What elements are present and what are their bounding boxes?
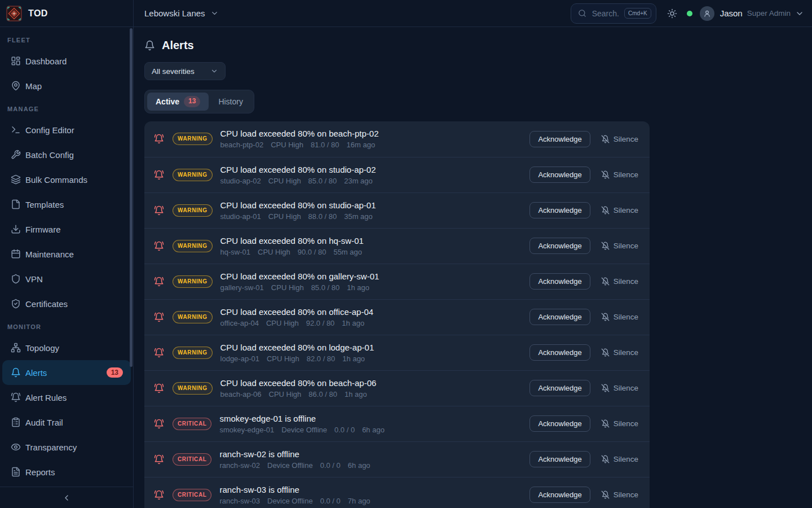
alert-row: WARNING CPU load exceeded 80% on beach-p…: [144, 121, 650, 157]
eye-icon: [11, 442, 21, 452]
sidebar-item-audit-trail[interactable]: Audit Trail: [2, 410, 131, 435]
bell-off-icon: [601, 491, 610, 499]
silence-button[interactable]: Silence: [601, 206, 638, 214]
silence-button[interactable]: Silence: [601, 277, 638, 286]
tab-label: History: [218, 97, 243, 106]
search-input[interactable]: [591, 8, 620, 19]
alert-rule: CPU High: [267, 354, 299, 363]
sidebar-section: FLEET Dashboard Map: [0, 29, 133, 98]
site-selector[interactable]: Lebowski Lanes: [144, 8, 219, 18]
sidebar-item-vpn[interactable]: VPN: [2, 266, 131, 291]
silence-label: Silence: [614, 170, 638, 179]
severity-filter-select[interactable]: All severities: [144, 62, 226, 80]
alert-row: WARNING CPU load exceeded 80% on studio-…: [144, 192, 650, 228]
acknowledge-button[interactable]: Acknowledge: [529, 344, 590, 361]
sun-icon[interactable]: [667, 8, 677, 19]
bell-off-icon: [601, 455, 610, 463]
sidebar-item-map[interactable]: Map: [2, 73, 131, 98]
alert-text: CPU load exceeded 80% on studio-ap-01 st…: [220, 200, 376, 221]
bell-ring-icon: [11, 392, 21, 402]
bell-off-icon: [601, 242, 610, 250]
alert-device: office-ap-04: [220, 319, 259, 327]
sidebar-item-templates[interactable]: Templates: [2, 192, 131, 217]
silence-button[interactable]: Silence: [601, 242, 638, 250]
shield-check-icon: [11, 299, 21, 309]
bell-off-icon: [601, 384, 610, 392]
severity-badge: WARNING: [173, 382, 213, 395]
bell-ring-icon: [154, 170, 164, 180]
search-icon: [578, 9, 586, 17]
silence-button[interactable]: Silence: [601, 170, 638, 179]
sidebar-scrollbar-thumb[interactable]: [130, 28, 133, 367]
sidebar-item-config-editor[interactable]: Config Editor: [2, 117, 131, 142]
sidebar-item-certificates[interactable]: Certificates: [2, 291, 131, 316]
silence-button[interactable]: Silence: [601, 384, 638, 392]
alert-age: 55m ago: [333, 248, 362, 256]
silence-button[interactable]: Silence: [601, 348, 638, 357]
severity-filter-value: All severities: [152, 67, 195, 76]
user-menu[interactable]: Jason Super Admin: [700, 6, 804, 21]
acknowledge-button[interactable]: Acknowledge: [529, 487, 590, 503]
silence-button[interactable]: Silence: [601, 455, 638, 463]
silence-button[interactable]: Silence: [601, 491, 638, 499]
alert-age: 1h ago: [345, 390, 367, 398]
acknowledge-button[interactable]: Acknowledge: [529, 131, 590, 147]
sidebar-item-batch-config[interactable]: Batch Config: [2, 142, 131, 167]
alert-value: 85.0 / 80: [308, 177, 337, 185]
sidebar-item-firmware[interactable]: Firmware: [2, 217, 131, 242]
alerts-tabs: Active 13 History: [144, 90, 254, 113]
tab-history[interactable]: History: [210, 94, 251, 110]
acknowledge-button[interactable]: Acknowledge: [529, 167, 590, 183]
acknowledge-button[interactable]: Acknowledge: [529, 380, 590, 396]
user-role: Super Admin: [747, 9, 791, 17]
sidebar-item-transparency[interactable]: Transparency: [2, 435, 131, 459]
search-box[interactable]: Cmd+K: [571, 3, 656, 24]
alert-value: 86.0 / 80: [308, 390, 337, 398]
alert-rule: Device Offline: [267, 497, 313, 505]
acknowledge-button[interactable]: Acknowledge: [529, 238, 590, 254]
sidebar-item-bulk-commands[interactable]: Bulk Commands: [2, 167, 131, 192]
tab-label: Active: [156, 97, 179, 106]
alerts-panel: WARNING CPU load exceeded 80% on beach-p…: [144, 121, 650, 508]
acknowledge-button[interactable]: Acknowledge: [529, 202, 590, 218]
silence-button[interactable]: Silence: [601, 135, 638, 143]
sidebar-item-alerts[interactable]: Alerts 13: [2, 360, 131, 385]
alert-meta: beach-ptp-02 CPU High 81.0 / 80 16m ago: [220, 141, 379, 149]
alert-device: ranch-sw-03: [219, 497, 260, 505]
acknowledge-button[interactable]: Acknowledge: [529, 451, 590, 467]
silence-button[interactable]: Silence: [601, 419, 638, 428]
avatar: [700, 6, 714, 21]
user-icon: [703, 10, 711, 17]
acknowledge-button[interactable]: Acknowledge: [529, 309, 590, 325]
alert-meta: gallery-sw-01 CPU High 85.0 / 80 1h ago: [220, 283, 379, 292]
severity-badge: WARNING: [173, 275, 213, 288]
silence-label: Silence: [614, 313, 638, 321]
alert-value: 90.0 / 80: [298, 248, 326, 256]
silence-label: Silence: [614, 419, 638, 428]
acknowledge-button[interactable]: Acknowledge: [529, 273, 590, 290]
alert-age: 1h ago: [342, 319, 364, 327]
bell-ring-icon: [154, 205, 164, 216]
sidebar-item-topology[interactable]: Topology: [2, 335, 131, 360]
app-title: TOD: [28, 8, 48, 19]
alert-title: CPU load exceeded 80% on studio-ap-01: [220, 200, 376, 210]
sidebar-item-alert-rules[interactable]: Alert Rules: [2, 385, 131, 410]
silence-label: Silence: [614, 242, 638, 250]
collapse-sidebar-button[interactable]: [62, 493, 71, 502]
alert-rule: CPU High: [271, 141, 303, 149]
sidebar-item-dashboard[interactable]: Dashboard: [2, 49, 131, 73]
alert-row: WARNING CPU load exceeded 80% on studio-…: [144, 157, 650, 192]
silence-button[interactable]: Silence: [601, 313, 638, 321]
clipboard-list-icon: [11, 417, 21, 427]
sidebar-item-reports[interactable]: Reports: [2, 459, 131, 484]
alert-actions: Acknowledge Silence: [529, 309, 638, 325]
sidebar-item-label: Topology: [25, 343, 59, 353]
sidebar-item-maintenance[interactable]: Maintenance: [2, 242, 131, 266]
acknowledge-button[interactable]: Acknowledge: [529, 415, 590, 432]
site-selector-label: Lebowski Lanes: [144, 8, 205, 18]
layout-dashboard-icon: [11, 56, 21, 66]
sidebar-item-label: Maintenance: [25, 249, 74, 259]
tab-active[interactable]: Active 13: [147, 93, 209, 111]
severity-badge: CRITICAL: [173, 418, 211, 430]
alert-text: CPU load exceeded 80% on hq-sw-01 hq-sw-…: [220, 236, 364, 256]
